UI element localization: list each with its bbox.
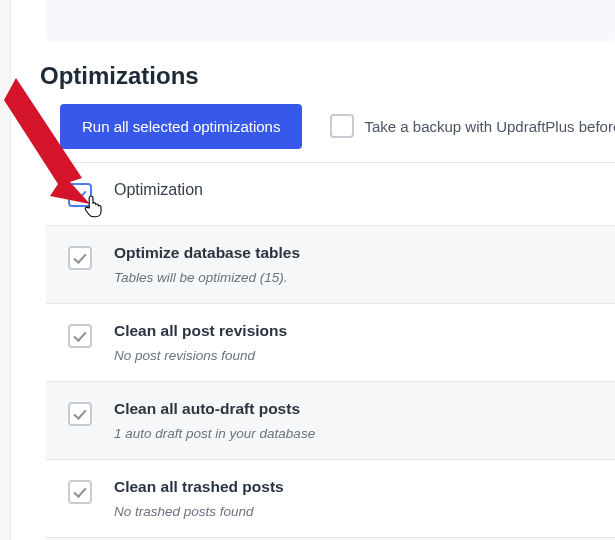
left-rail <box>0 0 11 540</box>
row-desc: No post revisions found <box>114 348 287 363</box>
row-checkbox[interactable] <box>68 480 92 504</box>
column-header-optimization: Optimization <box>114 181 203 199</box>
backup-label: Take a backup with UpdraftPlus before <box>364 118 615 135</box>
row-desc: No trashed posts found <box>114 504 284 519</box>
row-title: Optimize database tables <box>114 244 300 262</box>
previous-panel-placeholder <box>46 0 615 42</box>
backup-checkbox-wrap[interactable]: Take a backup with UpdraftPlus before <box>330 114 615 138</box>
optimizations-table: Optimization Optimize database tables Ta… <box>46 162 615 540</box>
backup-checkbox[interactable] <box>330 114 354 138</box>
row-title: Clean all post revisions <box>114 322 287 340</box>
table-row: Clean all post revisions No post revisio… <box>46 304 615 382</box>
row-checkbox[interactable] <box>68 402 92 426</box>
table-header-row: Optimization <box>46 163 615 226</box>
row-checkbox[interactable] <box>68 324 92 348</box>
row-desc: Tables will be optimized (15). <box>114 270 300 285</box>
run-all-button[interactable]: Run all selected optimizations <box>60 104 302 149</box>
table-row: Clean all auto-draft posts 1 auto draft … <box>46 382 615 460</box>
row-checkbox[interactable] <box>68 246 92 270</box>
row-desc: 1 auto draft post in your database <box>114 426 315 441</box>
row-title: Clean all trashed posts <box>114 478 284 496</box>
row-title: Clean all auto-draft posts <box>114 400 315 418</box>
select-all-checkbox[interactable] <box>68 183 92 207</box>
section-title: Optimizations <box>40 62 199 90</box>
actions-row: Run all selected optimizations Take a ba… <box>60 102 615 150</box>
table-row: Clean all trashed posts No trashed posts… <box>46 460 615 538</box>
table-row: Optimize database tables Tables will be … <box>46 226 615 304</box>
